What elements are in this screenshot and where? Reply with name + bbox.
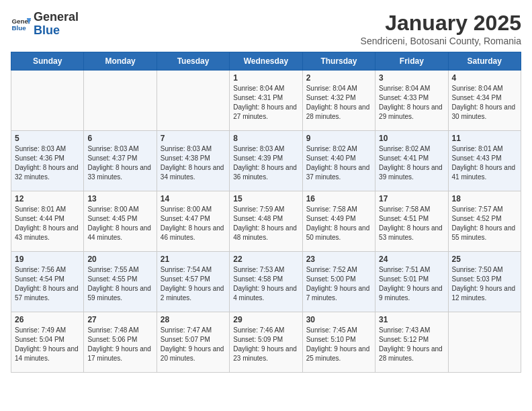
calendar-cell: 17Sunrise: 7:58 AM Sunset: 4:51 PM Dayli… [375, 191, 448, 252]
day-number: 9 [306, 134, 371, 143]
calendar-week-2: 5Sunrise: 8:03 AM Sunset: 4:36 PM Daylig… [11, 131, 521, 191]
day-info: Sunrise: 7:55 AM Sunset: 4:55 PM Dayligh… [87, 265, 152, 303]
page-header: General Blue General Blue January 2025 S… [11, 11, 521, 46]
day-number: 20 [87, 255, 152, 264]
calendar-cell [11, 71, 84, 131]
calendar-header: SundayMondayTuesdayWednesdayThursdayFrid… [11, 52, 521, 71]
day-info: Sunrise: 8:03 AM Sunset: 4:39 PM Dayligh… [233, 144, 298, 182]
day-number: 21 [161, 255, 226, 264]
calendar-cell: 27Sunrise: 7:48 AM Sunset: 5:06 PM Dayli… [84, 312, 157, 373]
day-number: 4 [452, 73, 517, 83]
logo-general-text: General [34, 10, 79, 24]
day-number: 10 [379, 134, 444, 143]
weekday-header-tuesday: Tuesday [157, 52, 229, 71]
weekday-header-friday: Friday [375, 52, 448, 71]
day-info: Sunrise: 7:45 AM Sunset: 5:10 PM Dayligh… [306, 326, 371, 363]
weekday-header-wednesday: Wednesday [230, 52, 302, 71]
calendar-week-1: 1Sunrise: 8:04 AM Sunset: 4:31 PM Daylig… [11, 71, 521, 131]
day-info: Sunrise: 8:03 AM Sunset: 4:37 PM Dayligh… [87, 144, 152, 182]
day-info: Sunrise: 7:56 AM Sunset: 4:54 PM Dayligh… [15, 265, 80, 303]
day-info: Sunrise: 7:57 AM Sunset: 4:52 PM Dayligh… [452, 205, 517, 242]
day-info: Sunrise: 7:50 AM Sunset: 5:03 PM Dayligh… [452, 265, 517, 303]
calendar-cell: 9Sunrise: 8:02 AM Sunset: 4:40 PM Daylig… [302, 131, 375, 191]
day-info: Sunrise: 7:51 AM Sunset: 5:01 PM Dayligh… [379, 265, 444, 303]
day-number: 30 [306, 315, 371, 324]
calendar-cell: 8Sunrise: 8:03 AM Sunset: 4:39 PM Daylig… [230, 131, 302, 191]
calendar-week-5: 26Sunrise: 7:49 AM Sunset: 5:04 PM Dayli… [11, 312, 521, 373]
calendar-cell: 19Sunrise: 7:56 AM Sunset: 4:54 PM Dayli… [11, 252, 84, 312]
calendar-cell: 5Sunrise: 8:03 AM Sunset: 4:36 PM Daylig… [11, 131, 84, 191]
day-info: Sunrise: 7:53 AM Sunset: 4:58 PM Dayligh… [233, 265, 298, 303]
day-number: 26 [15, 315, 80, 324]
weekday-header-monday: Monday [84, 52, 157, 71]
title-block: January 2025 Sendriceni, Botosani County… [361, 11, 521, 46]
calendar-cell: 15Sunrise: 7:59 AM Sunset: 4:48 PM Dayli… [230, 191, 302, 252]
day-info: Sunrise: 8:03 AM Sunset: 4:38 PM Dayligh… [161, 144, 226, 182]
calendar-cell [448, 312, 521, 373]
day-info: Sunrise: 8:02 AM Sunset: 4:41 PM Dayligh… [379, 144, 444, 182]
day-number: 31 [379, 315, 444, 324]
day-number: 27 [87, 315, 152, 324]
day-number: 12 [15, 194, 80, 203]
calendar-cell: 21Sunrise: 7:54 AM Sunset: 4:57 PM Dayli… [157, 252, 229, 312]
day-info: Sunrise: 7:59 AM Sunset: 4:48 PM Dayligh… [233, 205, 298, 242]
logo-icon: General Blue [11, 14, 31, 34]
calendar-cell: 11Sunrise: 8:01 AM Sunset: 4:43 PM Dayli… [448, 131, 521, 191]
calendar-cell: 10Sunrise: 8:02 AM Sunset: 4:41 PM Dayli… [375, 131, 448, 191]
weekday-header-sunday: Sunday [11, 52, 84, 71]
calendar-cell: 30Sunrise: 7:45 AM Sunset: 5:10 PM Dayli… [302, 312, 375, 373]
calendar-cell: 31Sunrise: 7:43 AM Sunset: 5:12 PM Dayli… [375, 312, 448, 373]
calendar-table: SundayMondayTuesdayWednesdayThursdayFrid… [11, 52, 521, 373]
logo-blue-text: Blue [34, 24, 60, 37]
calendar-cell: 2Sunrise: 8:04 AM Sunset: 4:32 PM Daylig… [302, 71, 375, 131]
calendar-cell: 3Sunrise: 8:04 AM Sunset: 4:33 PM Daylig… [375, 71, 448, 131]
calendar-week-3: 12Sunrise: 8:01 AM Sunset: 4:44 PM Dayli… [11, 191, 521, 252]
day-info: Sunrise: 8:04 AM Sunset: 4:32 PM Dayligh… [306, 84, 371, 122]
day-info: Sunrise: 7:54 AM Sunset: 4:57 PM Dayligh… [161, 265, 226, 303]
day-info: Sunrise: 7:46 AM Sunset: 5:09 PM Dayligh… [233, 326, 298, 363]
calendar-cell: 22Sunrise: 7:53 AM Sunset: 4:58 PM Dayli… [230, 252, 302, 312]
day-info: Sunrise: 8:00 AM Sunset: 4:47 PM Dayligh… [161, 205, 226, 242]
weekday-header-thursday: Thursday [302, 52, 375, 71]
day-number: 13 [87, 194, 152, 203]
calendar-cell: 26Sunrise: 7:49 AM Sunset: 5:04 PM Dayli… [11, 312, 84, 373]
day-info: Sunrise: 8:01 AM Sunset: 4:44 PM Dayligh… [15, 205, 80, 242]
day-info: Sunrise: 7:47 AM Sunset: 5:07 PM Dayligh… [161, 326, 226, 363]
page-subtitle: Sendriceni, Botosani County, Romania [361, 36, 521, 46]
calendar-cell: 18Sunrise: 7:57 AM Sunset: 4:52 PM Dayli… [448, 191, 521, 252]
day-number: 28 [161, 315, 226, 324]
calendar-cell: 29Sunrise: 7:46 AM Sunset: 5:09 PM Dayli… [230, 312, 302, 373]
day-number: 18 [452, 194, 517, 203]
calendar-cell: 7Sunrise: 8:03 AM Sunset: 4:38 PM Daylig… [157, 131, 229, 191]
calendar-cell: 23Sunrise: 7:52 AM Sunset: 5:00 PM Dayli… [302, 252, 375, 312]
day-number: 3 [379, 73, 444, 83]
day-number: 6 [87, 134, 152, 143]
calendar-cell: 20Sunrise: 7:55 AM Sunset: 4:55 PM Dayli… [84, 252, 157, 312]
day-number: 11 [452, 134, 517, 143]
day-number: 24 [379, 255, 444, 264]
day-number: 17 [379, 194, 444, 203]
day-info: Sunrise: 7:43 AM Sunset: 5:12 PM Dayligh… [379, 326, 444, 363]
day-info: Sunrise: 8:04 AM Sunset: 4:33 PM Dayligh… [379, 84, 444, 122]
calendar-week-4: 19Sunrise: 7:56 AM Sunset: 4:54 PM Dayli… [11, 252, 521, 312]
day-number: 23 [306, 255, 371, 264]
calendar-cell: 28Sunrise: 7:47 AM Sunset: 5:07 PM Dayli… [157, 312, 229, 373]
calendar-cell: 4Sunrise: 8:04 AM Sunset: 4:34 PM Daylig… [448, 71, 521, 131]
day-info: Sunrise: 7:58 AM Sunset: 4:51 PM Dayligh… [379, 205, 444, 242]
calendar-cell: 12Sunrise: 8:01 AM Sunset: 4:44 PM Dayli… [11, 191, 84, 252]
calendar-cell: 13Sunrise: 8:00 AM Sunset: 4:45 PM Dayli… [84, 191, 157, 252]
day-number: 7 [161, 134, 226, 143]
day-info: Sunrise: 8:04 AM Sunset: 4:31 PM Dayligh… [233, 84, 298, 122]
calendar-cell [84, 71, 157, 131]
weekday-header-row: SundayMondayTuesdayWednesdayThursdayFrid… [11, 52, 521, 71]
page-title: January 2025 [361, 11, 521, 36]
day-info: Sunrise: 7:52 AM Sunset: 5:00 PM Dayligh… [306, 265, 371, 303]
svg-text:Blue: Blue [12, 24, 27, 32]
day-info: Sunrise: 7:49 AM Sunset: 5:04 PM Dayligh… [15, 326, 80, 363]
calendar-body: 1Sunrise: 8:04 AM Sunset: 4:31 PM Daylig… [11, 71, 521, 373]
calendar-cell: 24Sunrise: 7:51 AM Sunset: 5:01 PM Dayli… [375, 252, 448, 312]
calendar-cell [157, 71, 229, 131]
day-info: Sunrise: 8:03 AM Sunset: 4:36 PM Dayligh… [15, 144, 80, 182]
day-info: Sunrise: 8:00 AM Sunset: 4:45 PM Dayligh… [87, 205, 152, 242]
calendar-cell: 14Sunrise: 8:00 AM Sunset: 4:47 PM Dayli… [157, 191, 229, 252]
